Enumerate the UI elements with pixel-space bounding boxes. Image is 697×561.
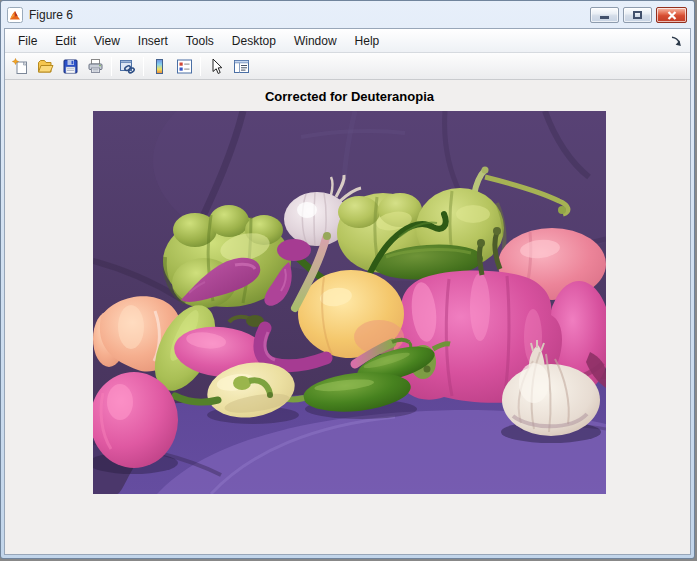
toolbar-separator [111, 57, 112, 76]
toolbar-separator [200, 57, 201, 76]
axes-title: Corrected for Deuteranopia [93, 89, 606, 104]
open-file-icon [37, 58, 54, 75]
menu-tools[interactable]: Tools [177, 31, 223, 51]
menu-bar: File Edit View Insert Tools Desktop Wind… [5, 29, 690, 53]
restore-icon [633, 11, 642, 19]
open-file-button[interactable] [33, 55, 58, 78]
new-figure-button[interactable] [8, 55, 33, 78]
close-icon [667, 11, 677, 20]
property-inspector-button[interactable] [229, 55, 254, 78]
link-plot-icon [119, 58, 136, 75]
print-figure-icon [87, 58, 104, 75]
minimize-button[interactable] [590, 7, 619, 23]
insert-colorbar-button[interactable] [147, 55, 172, 78]
print-figure-button[interactable] [83, 55, 108, 78]
new-figure-icon [12, 58, 29, 75]
window-controls [590, 7, 687, 23]
menu-view[interactable]: View [85, 31, 129, 51]
menu-window[interactable]: Window [285, 31, 346, 51]
insert-legend-icon [176, 58, 193, 75]
edit-plot-button[interactable] [204, 55, 229, 78]
toolbar-separator [143, 57, 144, 76]
property-inspector-icon [233, 58, 250, 75]
window-title: Figure 6 [29, 8, 73, 22]
pink-round-pepper-bottom-left [93, 372, 178, 468]
insert-legend-button[interactable] [172, 55, 197, 78]
save-figure-icon [62, 58, 79, 75]
menu-edit[interactable]: Edit [46, 31, 85, 51]
link-plot-button[interactable] [115, 55, 140, 78]
edit-plot-icon [208, 58, 225, 75]
restore-button[interactable] [623, 7, 652, 23]
menu-file[interactable]: File [9, 31, 46, 51]
dock-arrow-icon[interactable] [670, 35, 682, 47]
menu-insert[interactable]: Insert [129, 31, 177, 51]
matlab-icon [7, 7, 23, 23]
title-bar[interactable]: Figure 6 [1, 1, 694, 28]
figure-window: Figure 6 File Edit View Insert Tools Des… [0, 0, 695, 559]
figure-canvas: Corrected for Deuteranopia [5, 80, 690, 554]
magenta-pepper-tip [277, 239, 311, 261]
window-content: File Edit View Insert Tools Desktop Wind… [4, 28, 691, 555]
menu-help[interactable]: Help [346, 31, 389, 51]
save-figure-button[interactable] [58, 55, 83, 78]
figure-toolbar [5, 53, 690, 80]
peppers-image [93, 111, 606, 494]
minimize-icon [600, 16, 609, 19]
insert-colorbar-icon [151, 58, 168, 75]
menu-desktop[interactable]: Desktop [223, 31, 285, 51]
close-button[interactable] [656, 7, 687, 23]
